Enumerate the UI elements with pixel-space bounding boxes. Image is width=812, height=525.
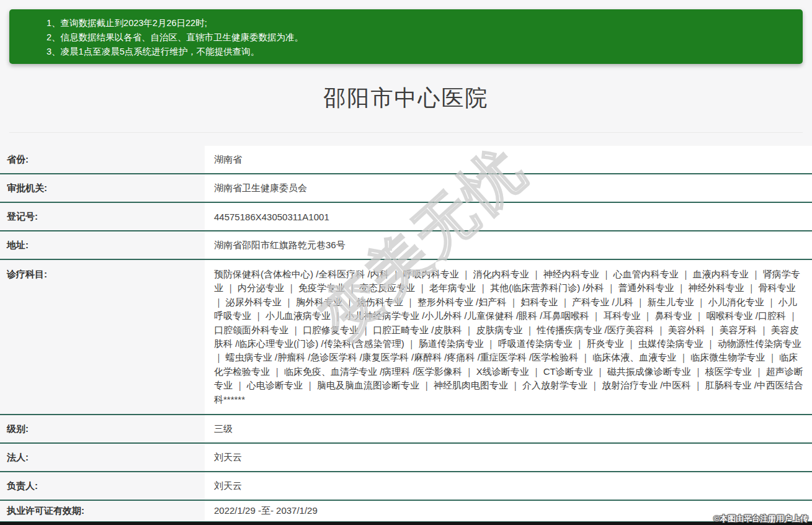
table-row-level: 级别: 三级 xyxy=(0,415,812,444)
photo-credit-watermark: ©本图由平台注册用户上传 xyxy=(713,513,808,524)
table-row-address: 地址: 湖南省邵阳市红旗路乾元巷36号 xyxy=(0,231,812,260)
table-row-province: 省份: 湖南省 xyxy=(0,146,812,174)
page-title: 邵阳市中心医院 xyxy=(324,83,489,114)
table-row-approval-authority: 审批机关: 湖南省卫生健康委员会 xyxy=(0,174,812,203)
row-value: 刘天云 xyxy=(205,472,812,500)
row-value: 预防保健科(含体检中心) /全科医疗科 /内科 ｜ 呼吸内科专业 ｜ 消化内科专… xyxy=(205,260,812,414)
row-value: 湖南省 xyxy=(205,146,812,173)
table-row-license-validity: 执业许可证有效期: 2022/1/29 -至- 2037/1/29 xyxy=(0,501,812,523)
row-value: 刘天云 xyxy=(205,444,812,471)
row-label: 负责人: xyxy=(0,472,205,500)
row-value: 湖南省邵阳市红旗路乾元巷36号 xyxy=(205,231,812,259)
hospital-info-table: 省份: 湖南省 审批机关: 湖南省卫生健康委员会 登记号: 44575186X4… xyxy=(0,146,812,523)
row-label: 登记号: xyxy=(0,203,205,230)
table-row-legal-person: 法人: 刘天云 xyxy=(0,444,812,472)
table-row-person-in-charge: 负责人: 刘天云 xyxy=(0,472,812,501)
row-label: 省份: xyxy=(0,146,205,173)
title-band: 邵阳市中心医院 xyxy=(9,64,803,133)
row-label: 法人: xyxy=(0,444,205,471)
notice-line-1: 1、查询数据截止到2023年2月26日22时; xyxy=(47,16,790,30)
row-label: 诊疗科目: xyxy=(0,260,205,414)
notice-banner: 1、查询数据截止到2023年2月26日22时; 2、信息数据结果以各省、自治区、… xyxy=(9,9,803,64)
row-label: 审批机关: xyxy=(0,174,205,202)
row-label: 级别: xyxy=(0,415,205,442)
notice-line-2: 2、信息数据结果以各省、自治区、直辖市卫生健康委数据为准。 xyxy=(47,30,790,45)
notice-line-3: 3、凌晨1点至凌晨5点系统进行维护，不能提供查询。 xyxy=(47,45,790,59)
table-row-registration-number: 登记号: 44575186X43050311A1001 xyxy=(0,203,812,231)
row-label: 执业许可证有效期: xyxy=(0,501,205,521)
row-value: 44575186X43050311A1001 xyxy=(205,203,812,230)
row-value: 湖南省卫生健康委员会 xyxy=(205,174,812,202)
bottom-strip xyxy=(0,522,812,525)
row-label: 地址: xyxy=(0,231,205,259)
table-row-medical-subjects: 诊疗科目: 预防保健科(含体检中心) /全科医疗科 /内科 ｜ 呼吸内科专业 ｜… xyxy=(0,260,812,415)
row-value: 三级 xyxy=(205,415,812,442)
